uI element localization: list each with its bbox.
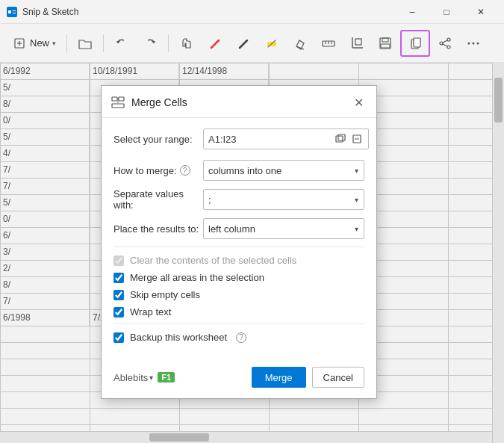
svg-rect-43 xyxy=(338,134,345,140)
dialog-titlebar: Merge Cells ✕ xyxy=(102,86,376,118)
dialog-title-left: Merge Cells xyxy=(111,95,187,110)
svg-point-29 xyxy=(447,38,450,41)
place-results-label: Place the results to: xyxy=(113,223,203,235)
separator-1 xyxy=(66,34,67,52)
dialog-footer: Ablebits ▾ F1 Merge Cancel xyxy=(102,359,376,398)
dialog-close-button[interactable]: ✕ xyxy=(349,93,367,111)
svg-line-33 xyxy=(443,44,447,46)
check-merge-all-row: Merge all areas in the selection xyxy=(113,272,364,283)
svg-point-36 xyxy=(477,42,479,44)
modal-overlay: Merge Cells ✕ Select your range: xyxy=(0,63,504,443)
svg-rect-37 xyxy=(112,97,117,101)
range-row: Select your range: xyxy=(113,128,364,149)
check-clear-input[interactable] xyxy=(113,255,124,266)
redo-icon xyxy=(143,36,158,51)
minimize-button[interactable]: – xyxy=(395,0,429,24)
svg-point-34 xyxy=(468,42,470,44)
cancel-button[interactable]: Cancel xyxy=(312,367,364,388)
highlighter-icon xyxy=(264,36,279,51)
svg-rect-2 xyxy=(13,10,16,11)
merge-button[interactable]: Merge xyxy=(252,367,306,388)
share-icon xyxy=(438,36,452,51)
svg-rect-23 xyxy=(355,39,361,45)
check-skip-empty-input[interactable] xyxy=(113,290,124,300)
dialog-body: Select your range: xyxy=(102,118,376,359)
svg-line-11 xyxy=(240,40,247,48)
separator-3 xyxy=(168,34,169,52)
check-skip-empty-label: Skip empty cells xyxy=(130,289,200,300)
check-merge-all-label: Merge all areas in the selection xyxy=(130,272,264,283)
highlighter-button[interactable] xyxy=(258,30,285,57)
ablebits-dropdown-arrow[interactable]: ▾ xyxy=(149,374,153,382)
maximize-button[interactable]: □ xyxy=(429,0,464,24)
svg-line-9 xyxy=(211,40,219,48)
merge-cells-icon xyxy=(111,95,125,110)
how-to-merge-select-wrap: columns into one rows into one all into … xyxy=(203,160,364,181)
folder-icon xyxy=(78,36,93,51)
new-button[interactable]: New ▾ xyxy=(6,30,62,57)
f1-badge[interactable]: F1 xyxy=(158,372,175,382)
new-icon xyxy=(12,36,27,51)
range-label: Select your range: xyxy=(113,134,203,145)
check-clear-label: Clear the contents of the selected cells xyxy=(130,255,296,266)
touch-button[interactable] xyxy=(173,30,200,57)
share-button[interactable] xyxy=(432,30,458,57)
save-button[interactable] xyxy=(372,30,399,57)
eraser-icon xyxy=(293,36,308,51)
svg-point-30 xyxy=(447,46,450,49)
range-input[interactable] xyxy=(208,134,334,145)
how-to-merge-row: How to merge: ? columns into one rows in… xyxy=(113,160,364,181)
crop-button[interactable] xyxy=(343,30,370,57)
separate-values-select[interactable]: ; , | xyxy=(203,189,364,210)
place-results-row: Place the results to: left column right … xyxy=(113,218,364,239)
separate-values-row: Separate values with: ; , | ▾ xyxy=(113,188,364,211)
place-results-select-wrap: left column right column top row bottom … xyxy=(203,218,364,239)
range-collapse-icon[interactable] xyxy=(350,132,364,146)
redo-button[interactable] xyxy=(137,30,164,57)
copy-button[interactable] xyxy=(400,30,430,57)
check-wrap-row: Wrap text xyxy=(113,306,364,317)
svg-rect-28 xyxy=(414,38,420,47)
save-icon xyxy=(378,36,393,51)
backup-help-icon[interactable]: ? xyxy=(236,332,246,343)
eraser-button[interactable] xyxy=(287,30,314,57)
how-to-merge-select[interactable]: columns into one rows into one all into … xyxy=(203,160,364,181)
ballpoint-red-icon xyxy=(208,36,223,51)
range-expand-icon[interactable] xyxy=(334,132,347,146)
svg-rect-42 xyxy=(336,136,343,142)
undo-button[interactable] xyxy=(108,30,135,57)
crop-icon xyxy=(349,36,364,51)
titlebar: Snip & Sketch – □ ✕ xyxy=(0,0,504,24)
separate-values-select-wrap: ; , | ▾ xyxy=(203,189,364,210)
how-to-merge-help-icon[interactable]: ? xyxy=(180,165,190,176)
dialog-title: Merge Cells xyxy=(131,96,187,108)
svg-rect-3 xyxy=(13,13,16,13)
toolbar: New ▾ xyxy=(0,24,504,63)
svg-line-32 xyxy=(443,40,447,43)
app-title: Snip & Sketch xyxy=(22,7,78,17)
svg-rect-39 xyxy=(112,104,124,108)
place-results-select[interactable]: left column right column top row bottom … xyxy=(203,218,364,239)
open-button[interactable] xyxy=(72,30,99,57)
check-wrap-input[interactable] xyxy=(113,307,124,317)
svg-point-35 xyxy=(473,42,475,44)
check-backup-row: Backup this worksheet ? xyxy=(113,332,364,343)
close-button[interactable]: ✕ xyxy=(464,0,498,24)
ballpoint-dark-button[interactable] xyxy=(230,30,257,57)
merge-cells-dialog: Merge Cells ✕ Select your range: xyxy=(101,85,377,399)
check-backup-input[interactable] xyxy=(113,332,124,343)
svg-rect-38 xyxy=(119,97,124,101)
check-backup-label: Backup this worksheet xyxy=(130,332,227,343)
touch-icon xyxy=(179,36,194,51)
ruler-icon xyxy=(321,36,336,51)
more-button[interactable] xyxy=(460,30,487,57)
ballpoint-red-button[interactable] xyxy=(202,30,228,57)
svg-rect-1 xyxy=(8,10,11,13)
ruler-button[interactable] xyxy=(315,30,342,57)
separate-values-label: Separate values with: xyxy=(113,188,203,211)
svg-rect-24 xyxy=(380,38,391,49)
check-merge-all-input[interactable] xyxy=(113,273,124,283)
range-input-wrap xyxy=(203,128,369,149)
svg-rect-25 xyxy=(382,38,388,42)
check-clear-row: Clear the contents of the selected cells xyxy=(113,255,364,266)
